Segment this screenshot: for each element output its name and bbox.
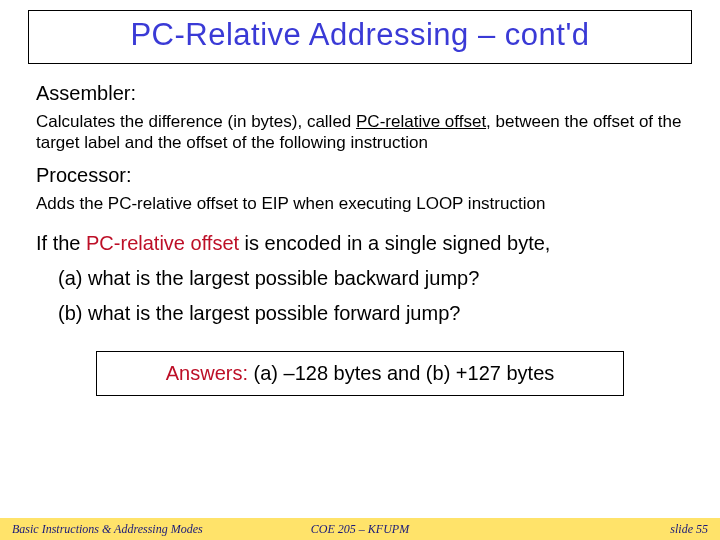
processor-heading: Processor: [36, 164, 684, 187]
assembler-body: Calculates the difference (in bytes), ca… [36, 111, 684, 154]
assembler-term: PC-relative offset [356, 112, 486, 131]
answer-label: Answers: [166, 362, 248, 384]
question-line: If the PC-relative offset is encoded in … [36, 232, 684, 255]
question-post: is encoded in a single signed byte, [239, 232, 550, 254]
processor-body: Adds the PC-relative offset to EIP when … [36, 193, 684, 214]
footer-left: Basic Instructions & Addressing Modes [12, 522, 203, 537]
footer-right: slide 55 [670, 522, 708, 537]
question-b: (b) what is the largest possible forward… [58, 302, 684, 325]
slide-content: Assembler: Calculates the difference (in… [0, 64, 720, 396]
answer-text: (a) –128 bytes and (b) +127 bytes [248, 362, 554, 384]
answer-box: Answers: (a) –128 bytes and (b) +127 byt… [96, 351, 624, 396]
question-pre: If the [36, 232, 86, 254]
slide-footer: Basic Instructions & Addressing Modes CO… [0, 518, 720, 540]
footer-center: COE 205 – KFUPM [311, 522, 409, 537]
slide-title: PC-Relative Addressing – cont'd [37, 17, 683, 53]
slide-title-box: PC-Relative Addressing – cont'd [28, 10, 692, 64]
assembler-body-pre: Calculates the difference (in bytes), ca… [36, 112, 356, 131]
question-highlight: PC-relative offset [86, 232, 239, 254]
question-a: (a) what is the largest possible backwar… [58, 267, 684, 290]
assembler-heading: Assembler: [36, 82, 684, 105]
